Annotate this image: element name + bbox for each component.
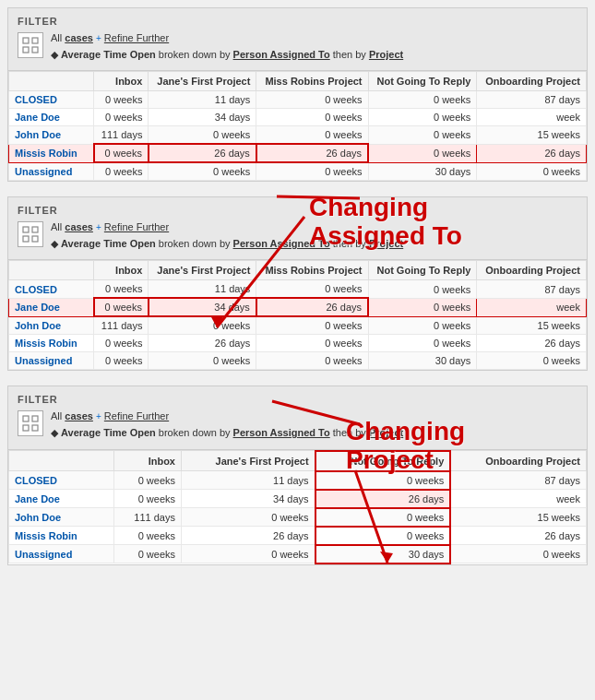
cell: 87 days <box>477 280 587 299</box>
cell-highlighted: 26 days <box>256 144 368 162</box>
cell: 26 days <box>450 527 586 545</box>
cell-highlighted: 26 days <box>149 144 256 162</box>
cell: 111 days <box>94 126 149 145</box>
filter-header-2: FILTER All cases + Refine Further ◆ Aver… <box>8 197 587 260</box>
svg-rect-5 <box>32 227 38 232</box>
data-table-3: Inbox Jane's First Project Not Going To … <box>8 450 587 564</box>
cell-highlighted: 0 weeks <box>94 298 149 316</box>
cell: 0 weeks <box>477 162 587 181</box>
col-header-jfp-1: Jane's First Project <box>149 72 256 91</box>
cell: 34 days <box>182 490 315 508</box>
row-label[interactable]: John Doe <box>9 126 94 145</box>
cell: 30 days <box>315 545 451 564</box>
cell: 26 days <box>182 527 315 545</box>
table-row-highlighted: Jane Doe 0 weeks 34 days 26 days 0 weeks… <box>9 298 587 316</box>
cell: week <box>477 109 587 126</box>
cell: 0 weeks <box>368 109 477 126</box>
svg-rect-7 <box>32 236 38 242</box>
cell: 111 days <box>113 508 181 527</box>
col-header-inbox-3: Inbox <box>113 451 181 471</box>
cell: 26 days <box>477 335 587 352</box>
cell: 0 weeks <box>113 527 181 545</box>
cell: 11 days <box>149 91 256 109</box>
cell: 11 days <box>182 471 315 490</box>
svg-rect-8 <box>23 416 29 421</box>
row-label[interactable]: Missis Robin <box>9 527 114 545</box>
grid-icon-1[interactable] <box>18 32 43 58</box>
table-wrapper-2: Inbox Jane's First Project Miss Robins P… <box>8 260 587 370</box>
cell: 15 weeks <box>450 508 586 527</box>
row-label[interactable]: CLOSED <box>9 91 94 109</box>
col-header-mrp-1: Miss Robins Project <box>256 72 368 91</box>
row-label[interactable]: John Doe <box>9 508 114 527</box>
svg-rect-2 <box>23 47 29 53</box>
annotation-changing-assigned-to: ChangingAssigned To <box>309 194 462 251</box>
row-label[interactable]: Unassigned <box>9 162 94 181</box>
table-row: Jane Doe 0 weeks 34 days 0 weeks 0 weeks… <box>9 109 587 126</box>
cell-highlighted: 26 days <box>256 298 368 316</box>
cell: 0 weeks <box>94 109 149 126</box>
svg-rect-10 <box>23 425 29 431</box>
row-label[interactable]: CLOSED <box>9 280 94 299</box>
svg-rect-3 <box>32 47 38 53</box>
row-label[interactable]: Jane Doe <box>9 109 94 126</box>
cell: 0 weeks <box>182 508 315 527</box>
annotation-changing-project: ChangingProject <box>346 418 465 475</box>
filter-label-3: FILTER <box>18 394 577 405</box>
cell: 0 weeks <box>182 545 315 564</box>
table-row: Unassigned 0 weeks 0 weeks 0 weeks 30 da… <box>9 352 587 370</box>
row-label[interactable]: John Doe <box>9 316 94 335</box>
cell: 11 days <box>149 280 256 299</box>
cell: 26 days <box>149 335 256 352</box>
cell: 30 days <box>368 352 477 370</box>
cell: 34 days <box>149 109 256 126</box>
cell: 30 days <box>368 162 477 181</box>
table-row: Jane Doe 0 weeks 34 days 26 days week <box>9 490 587 508</box>
filter-section-2: FILTER All cases + Refine Further ◆ Aver… <box>7 196 588 371</box>
row-label[interactable]: Unassigned <box>9 545 114 564</box>
table-row: John Doe 111 days 0 weeks 0 weeks 0 week… <box>9 316 587 335</box>
svg-rect-1 <box>32 38 38 43</box>
row-label[interactable]: Jane Doe <box>9 490 114 508</box>
cell: 87 days <box>450 471 586 490</box>
cell: 0 weeks <box>94 162 149 181</box>
grid-icon-3[interactable] <box>18 410 43 436</box>
cell: 0 weeks <box>149 352 256 370</box>
cell: 111 days <box>94 316 149 335</box>
col-header-jfp-2: Jane's First Project <box>149 261 256 280</box>
cell: 0 weeks <box>113 490 181 508</box>
cell: 0 weeks <box>149 316 256 335</box>
cell: 0 weeks <box>368 126 477 145</box>
table-row: Unassigned 0 weeks 0 weeks 30 days 0 wee… <box>9 545 587 564</box>
cell: 0 weeks <box>94 91 149 109</box>
cell: 0 weeks <box>256 335 368 352</box>
cell: 0 weeks <box>256 162 368 181</box>
table-row: Unassigned 0 weeks 0 weeks 0 weeks 30 da… <box>9 162 587 181</box>
cell-highlighted: 34 days <box>149 298 256 316</box>
filter-label-2: FILTER <box>18 205 577 216</box>
grid-icon-2[interactable] <box>18 221 43 247</box>
row-label[interactable]: Unassigned <box>9 352 94 370</box>
cell: 0 weeks <box>256 316 368 335</box>
col-header-op-1: Onboarding Project <box>477 72 587 91</box>
col-header-name-2 <box>9 261 94 280</box>
cell: 0 weeks <box>94 335 149 352</box>
cell: 0 weeks <box>256 280 368 299</box>
row-label[interactable]: CLOSED <box>9 471 114 490</box>
col-header-ngtr-1: Not Going To Reply <box>368 72 477 91</box>
cell: 0 weeks <box>149 162 256 181</box>
row-label[interactable]: Missis Robin <box>9 144 94 162</box>
cell: week <box>477 298 587 316</box>
filter-header-3: FILTER All cases + Refine Further ◆ Aver… <box>8 386 587 449</box>
svg-rect-0 <box>23 38 29 43</box>
cell: 0 weeks <box>368 335 477 352</box>
cell: 0 weeks <box>368 91 477 109</box>
row-label[interactable]: Jane Doe <box>9 298 94 316</box>
col-header-op-3: Onboarding Project <box>450 451 586 471</box>
cell: 0 weeks <box>368 316 477 335</box>
cell: week <box>450 490 586 508</box>
svg-rect-6 <box>23 236 29 242</box>
row-label[interactable]: Missis Robin <box>9 335 94 352</box>
table-wrapper-1: Inbox Jane's First Project Miss Robins P… <box>8 71 587 181</box>
cell-highlighted: 0 weeks <box>94 144 149 162</box>
